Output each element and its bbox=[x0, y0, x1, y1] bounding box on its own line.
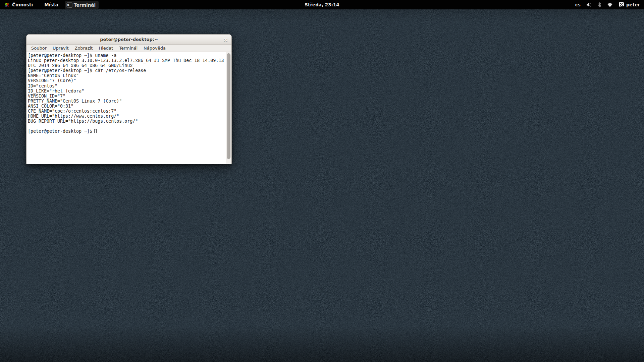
menu-item[interactable]: Soubor bbox=[28, 46, 50, 51]
terminal-line: HOME_URL="https://www.centos.org/" bbox=[28, 114, 226, 119]
menu-item[interactable]: Upravit bbox=[50, 46, 71, 51]
chat-status-icon bbox=[619, 2, 624, 7]
window-titlebar[interactable]: peter@peter-desktop:~ × bbox=[26, 35, 231, 45]
scrollbar-thumb[interactable] bbox=[227, 53, 230, 159]
terminal-line: ID_LIKE="rhel fedora" bbox=[28, 88, 226, 94]
terminal-line: [peter@peter-desktop ~]$ uname -a bbox=[28, 53, 226, 58]
menu-item[interactable]: Hledat bbox=[96, 46, 116, 51]
window-title: peter@peter-desktop:~ bbox=[100, 37, 158, 42]
terminal-line: ID="centos" bbox=[28, 83, 226, 88]
menu-item[interactable]: Nápověda bbox=[141, 46, 169, 51]
user-name-label: peter bbox=[626, 2, 640, 7]
keyboard-layout-indicator[interactable]: cs bbox=[575, 2, 581, 7]
user-menu-button[interactable]: peter bbox=[619, 2, 640, 7]
terminal-area: [peter@peter-desktop ~]$ uname -aLinux p… bbox=[27, 52, 231, 164]
places-button[interactable]: Místa bbox=[41, 0, 62, 9]
scrollbar[interactable] bbox=[226, 52, 231, 164]
terminal-cursor bbox=[94, 129, 97, 133]
wifi-icon[interactable] bbox=[607, 3, 613, 7]
terminal-line: VERSION="7 (Core)" bbox=[28, 78, 226, 83]
terminal-line: BUG_REPORT_URL="https://bugs.centos.org/… bbox=[28, 119, 226, 124]
menu-item[interactable]: Zobrazit bbox=[71, 46, 96, 51]
app-menu-label: Terminál bbox=[74, 2, 96, 8]
activities-button[interactable]: Činnosti bbox=[1, 0, 36, 9]
terminal-prompt: [peter@peter-desktop ~]$ bbox=[28, 129, 92, 134]
volume-icon[interactable] bbox=[586, 2, 592, 7]
terminal-output[interactable]: [peter@peter-desktop ~]$ uname -aLinux p… bbox=[27, 52, 226, 164]
activities-label: Činnosti bbox=[12, 2, 33, 7]
close-button[interactable]: × bbox=[222, 36, 230, 44]
bluetooth-icon[interactable] bbox=[598, 2, 601, 7]
terminal-line: PRETTY_NAME="CentOS Linux 7 (Core)" bbox=[28, 99, 226, 104]
terminal-line: VERSION_ID="7" bbox=[28, 94, 226, 99]
terminal-window: peter@peter-desktop:~ × SouborUpravitZob… bbox=[26, 34, 232, 164]
menu-bar: SouborUpravitZobrazitHledatTerminálNápov… bbox=[26, 45, 231, 52]
terminal-line: [peter@peter-desktop ~]$ cat /etc/os-rel… bbox=[28, 68, 226, 73]
terminal-line bbox=[28, 124, 226, 129]
terminal-prompt-line: [peter@peter-desktop ~]$ bbox=[28, 129, 226, 134]
terminal-prompt-icon: > bbox=[66, 2, 72, 8]
app-menu-button[interactable]: > Terminál bbox=[65, 1, 99, 9]
terminal-line: Linux peter-desktop 3.10.0-123.13.2.el7.… bbox=[28, 58, 226, 63]
menu-item[interactable]: Terminál bbox=[116, 46, 141, 51]
top-bar: Činnosti Místa > Terminál Středa, 23:14 … bbox=[0, 0, 644, 9]
terminal-line: ANSI_COLOR="0;31" bbox=[28, 104, 226, 109]
gnome-pinwheel-icon bbox=[4, 2, 10, 8]
places-label: Místa bbox=[44, 2, 58, 7]
terminal-line: CPE_NAME="cpe:/o:centos:centos:7" bbox=[28, 109, 226, 114]
clock[interactable]: Středa, 23:14 bbox=[305, 2, 339, 7]
terminal-line: UTC 2014 x86_64 x86_64 x86_64 GNU/Linux bbox=[28, 63, 226, 68]
terminal-line: NAME="CentOS Linux" bbox=[28, 73, 226, 78]
